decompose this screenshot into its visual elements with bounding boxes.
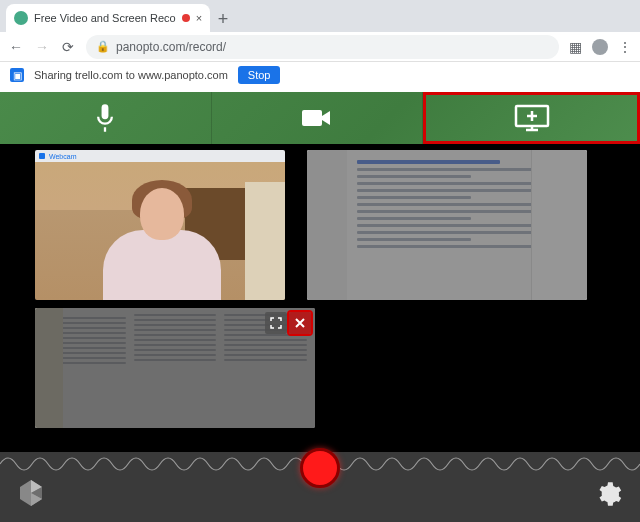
url-text: panopto.com/record/ — [116, 40, 226, 54]
source-toolbar — [0, 92, 640, 144]
stop-sharing-button[interactable]: Stop — [238, 66, 281, 84]
url-field[interactable]: 🔒 panopto.com/record/ — [86, 35, 559, 59]
gear-icon — [594, 480, 622, 508]
tab-bar: Free Video and Screen Reco × + — [0, 0, 640, 32]
remove-tile-button[interactable] — [289, 312, 311, 334]
dim-overlay — [307, 150, 587, 300]
panopto-logo-button[interactable] — [16, 478, 46, 508]
panopto-logo-icon — [16, 478, 46, 508]
lock-icon: 🔒 — [96, 40, 110, 53]
tab-close-button[interactable]: × — [196, 12, 202, 24]
menu-button[interactable]: ⋮ — [618, 39, 632, 55]
svg-rect-1 — [302, 110, 322, 126]
svg-rect-0 — [102, 104, 109, 119]
back-button[interactable]: ← — [8, 39, 24, 55]
close-icon — [294, 317, 306, 329]
infobar-text: Sharing trello.com to www.panopto.com — [34, 69, 228, 81]
sharing-infobar: ▣ Sharing trello.com to www.panopto.com … — [0, 62, 640, 88]
recording-indicator-icon — [182, 14, 190, 22]
screenshare-tile[interactable] — [307, 150, 587, 300]
reload-button[interactable]: ⟳ — [60, 39, 76, 55]
bottom-bar — [0, 452, 640, 522]
add-screen-icon — [512, 103, 552, 133]
tile-titlebar: Webcam — [35, 150, 285, 162]
add-screen-button[interactable] — [423, 92, 640, 144]
camera-button[interactable] — [212, 92, 424, 144]
person-silhouette — [85, 180, 235, 300]
settings-button[interactable] — [594, 480, 622, 508]
webcam-preview — [35, 162, 285, 300]
avatar-icon[interactable] — [592, 39, 608, 55]
new-tab-button[interactable]: + — [210, 6, 236, 32]
forward-button[interactable]: → — [34, 39, 50, 55]
microphone-button[interactable] — [0, 92, 212, 144]
record-button[interactable] — [300, 448, 340, 488]
microphone-icon — [91, 102, 119, 134]
recorder-app: Webcam — [0, 92, 640, 522]
tab-title: Free Video and Screen Reco — [34, 12, 176, 24]
preview-stage: Webcam — [0, 144, 640, 428]
browser-tab[interactable]: Free Video and Screen Reco × — [6, 4, 210, 32]
share-icon: ▣ — [10, 68, 24, 82]
webcam-tile[interactable]: Webcam — [35, 150, 285, 300]
address-bar: ← → ⟳ 🔒 panopto.com/record/ ▦ ⋮ — [0, 32, 640, 62]
camera-icon — [300, 106, 334, 130]
fullscreen-tile-button[interactable] — [265, 312, 287, 334]
favicon-icon — [14, 11, 28, 25]
fullscreen-icon — [270, 317, 282, 329]
extensions-button[interactable]: ▦ — [569, 39, 582, 55]
screenshare-tile[interactable] — [35, 308, 315, 428]
